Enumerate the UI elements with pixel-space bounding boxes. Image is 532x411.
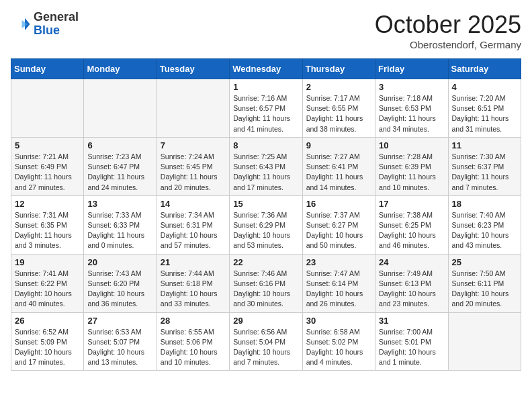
day-number: 3 — [379, 82, 444, 92]
weekday-header-sunday: Sunday — [11, 59, 84, 79]
day-info: Sunrise: 7:23 AM Sunset: 6:47 PM Dayligh… — [87, 152, 152, 193]
day-info: Sunrise: 7:37 AM Sunset: 6:27 PM Dayligh… — [306, 210, 371, 251]
logo-blue: Blue — [34, 24, 79, 38]
week-row-4: 19Sunrise: 7:41 AM Sunset: 6:22 PM Dayli… — [11, 254, 521, 312]
day-number: 17 — [379, 199, 444, 209]
week-row-5: 26Sunrise: 6:52 AM Sunset: 5:09 PM Dayli… — [11, 312, 521, 371]
day-number: 10 — [379, 140, 444, 150]
day-number: 27 — [87, 316, 152, 326]
day-number: 13 — [87, 199, 152, 209]
day-info: Sunrise: 7:46 AM Sunset: 6:16 PM Dayligh… — [233, 269, 298, 310]
logo-text: General Blue — [34, 11, 79, 38]
day-number: 12 — [15, 199, 80, 209]
week-row-1: 1Sunrise: 7:16 AM Sunset: 6:57 PM Daylig… — [11, 79, 521, 138]
calendar-cell: 10Sunrise: 7:28 AM Sunset: 6:39 PM Dayli… — [375, 137, 448, 195]
calendar-cell: 24Sunrise: 7:49 AM Sunset: 6:13 PM Dayli… — [375, 254, 448, 312]
calendar-cell: 20Sunrise: 7:43 AM Sunset: 6:20 PM Dayli… — [84, 254, 157, 312]
calendar-cell: 5Sunrise: 7:21 AM Sunset: 6:49 PM Daylig… — [11, 137, 84, 195]
day-number: 4 — [452, 82, 517, 92]
calendar-cell: 4Sunrise: 7:20 AM Sunset: 6:51 PM Daylig… — [448, 79, 521, 138]
calendar-cell: 13Sunrise: 7:33 AM Sunset: 6:33 PM Dayli… — [84, 195, 157, 254]
day-info: Sunrise: 7:36 AM Sunset: 6:29 PM Dayligh… — [233, 210, 298, 251]
day-number: 19 — [15, 257, 80, 267]
calendar-cell: 26Sunrise: 6:52 AM Sunset: 5:09 PM Dayli… — [11, 312, 84, 371]
day-info: Sunrise: 7:49 AM Sunset: 6:13 PM Dayligh… — [379, 269, 444, 310]
logo-icon — [11, 14, 31, 34]
day-number: 29 — [233, 316, 298, 326]
weekday-header-thursday: Thursday — [302, 59, 375, 79]
calendar-cell: 2Sunrise: 7:17 AM Sunset: 6:55 PM Daylig… — [302, 79, 375, 138]
day-info: Sunrise: 6:55 AM Sunset: 5:06 PM Dayligh… — [161, 327, 226, 368]
day-number: 6 — [87, 140, 152, 150]
calendar-cell — [157, 79, 229, 138]
weekday-header-row: SundayMondayTuesdayWednesdayThursdayFrid… — [11, 59, 521, 79]
day-number: 5 — [15, 140, 80, 150]
calendar-cell: 16Sunrise: 7:37 AM Sunset: 6:27 PM Dayli… — [302, 195, 375, 254]
day-info: Sunrise: 7:18 AM Sunset: 6:53 PM Dayligh… — [379, 93, 444, 134]
day-info: Sunrise: 7:17 AM Sunset: 6:55 PM Dayligh… — [306, 93, 371, 134]
day-number: 22 — [233, 257, 298, 267]
calendar-cell: 14Sunrise: 7:34 AM Sunset: 6:31 PM Dayli… — [157, 195, 229, 254]
location: Oberostendorf, Germany — [375, 39, 521, 50]
calendar-cell: 27Sunrise: 6:53 AM Sunset: 5:07 PM Dayli… — [84, 312, 157, 371]
weekday-header-monday: Monday — [84, 59, 157, 79]
calendar-cell: 23Sunrise: 7:47 AM Sunset: 6:14 PM Dayli… — [302, 254, 375, 312]
day-number: 14 — [161, 199, 226, 209]
day-info: Sunrise: 7:21 AM Sunset: 6:49 PM Dayligh… — [15, 152, 80, 193]
day-info: Sunrise: 7:25 AM Sunset: 6:43 PM Dayligh… — [233, 152, 298, 193]
day-info: Sunrise: 7:38 AM Sunset: 6:25 PM Dayligh… — [379, 210, 444, 251]
day-number: 23 — [306, 257, 371, 267]
calendar: SundayMondayTuesdayWednesdayThursdayFrid… — [11, 58, 521, 371]
day-info: Sunrise: 6:58 AM Sunset: 5:02 PM Dayligh… — [306, 327, 371, 368]
day-number: 8 — [233, 140, 298, 150]
day-number: 1 — [233, 82, 298, 92]
day-info: Sunrise: 7:33 AM Sunset: 6:33 PM Dayligh… — [87, 210, 152, 251]
day-info: Sunrise: 7:27 AM Sunset: 6:41 PM Dayligh… — [306, 152, 371, 193]
day-info: Sunrise: 7:44 AM Sunset: 6:18 PM Dayligh… — [161, 269, 226, 310]
page-header: General Blue October 2025 Oberostendorf,… — [11, 11, 521, 50]
calendar-cell — [84, 79, 157, 138]
calendar-cell: 19Sunrise: 7:41 AM Sunset: 6:22 PM Dayli… — [11, 254, 84, 312]
weekday-header-friday: Friday — [375, 59, 448, 79]
day-number: 26 — [15, 316, 80, 326]
calendar-cell — [448, 312, 521, 371]
day-info: Sunrise: 7:50 AM Sunset: 6:11 PM Dayligh… — [452, 269, 517, 310]
day-number: 31 — [379, 316, 444, 326]
month-title: October 2025 — [375, 11, 521, 39]
day-number: 11 — [452, 140, 517, 150]
day-info: Sunrise: 7:20 AM Sunset: 6:51 PM Dayligh… — [452, 93, 517, 134]
day-info: Sunrise: 7:24 AM Sunset: 6:45 PM Dayligh… — [161, 152, 226, 193]
day-info: Sunrise: 7:41 AM Sunset: 6:22 PM Dayligh… — [15, 269, 80, 310]
day-info: Sunrise: 7:30 AM Sunset: 6:37 PM Dayligh… — [452, 152, 517, 193]
calendar-cell: 28Sunrise: 6:55 AM Sunset: 5:06 PM Dayli… — [157, 312, 229, 371]
calendar-cell: 1Sunrise: 7:16 AM Sunset: 6:57 PM Daylig… — [230, 79, 302, 138]
day-number: 9 — [306, 140, 371, 150]
calendar-cell: 17Sunrise: 7:38 AM Sunset: 6:25 PM Dayli… — [375, 195, 448, 254]
day-info: Sunrise: 7:16 AM Sunset: 6:57 PM Dayligh… — [233, 93, 298, 134]
day-info: Sunrise: 7:34 AM Sunset: 6:31 PM Dayligh… — [161, 210, 226, 251]
calendar-cell: 11Sunrise: 7:30 AM Sunset: 6:37 PM Dayli… — [448, 137, 521, 195]
day-info: Sunrise: 7:40 AM Sunset: 6:23 PM Dayligh… — [452, 210, 517, 251]
day-number: 30 — [306, 316, 371, 326]
weekday-header-wednesday: Wednesday — [230, 59, 302, 79]
calendar-cell: 25Sunrise: 7:50 AM Sunset: 6:11 PM Dayli… — [448, 254, 521, 312]
day-number: 28 — [161, 316, 226, 326]
calendar-cell: 7Sunrise: 7:24 AM Sunset: 6:45 PM Daylig… — [157, 137, 229, 195]
day-number: 25 — [452, 257, 517, 267]
day-info: Sunrise: 7:28 AM Sunset: 6:39 PM Dayligh… — [379, 152, 444, 193]
calendar-cell: 30Sunrise: 6:58 AM Sunset: 5:02 PM Dayli… — [302, 312, 375, 371]
calendar-cell: 29Sunrise: 6:56 AM Sunset: 5:04 PM Dayli… — [230, 312, 302, 371]
calendar-cell: 15Sunrise: 7:36 AM Sunset: 6:29 PM Dayli… — [230, 195, 302, 254]
day-number: 21 — [161, 257, 226, 267]
day-number: 15 — [233, 199, 298, 209]
calendar-cell: 3Sunrise: 7:18 AM Sunset: 6:53 PM Daylig… — [375, 79, 448, 138]
calendar-cell: 6Sunrise: 7:23 AM Sunset: 6:47 PM Daylig… — [84, 137, 157, 195]
day-info: Sunrise: 7:31 AM Sunset: 6:35 PM Dayligh… — [15, 210, 80, 251]
calendar-cell — [11, 79, 84, 138]
weekday-header-tuesday: Tuesday — [157, 59, 229, 79]
day-info: Sunrise: 6:56 AM Sunset: 5:04 PM Dayligh… — [233, 327, 298, 368]
calendar-cell: 8Sunrise: 7:25 AM Sunset: 6:43 PM Daylig… — [230, 137, 302, 195]
day-number: 2 — [306, 82, 371, 92]
week-row-2: 5Sunrise: 7:21 AM Sunset: 6:49 PM Daylig… — [11, 137, 521, 195]
day-number: 18 — [452, 199, 517, 209]
